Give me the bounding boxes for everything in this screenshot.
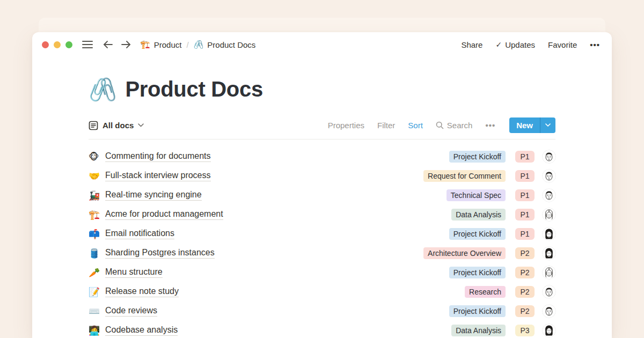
tag-pill[interactable]: Technical Spec: [447, 189, 506, 201]
row-properties: Architecture Overview P2: [423, 247, 555, 260]
doc-emoji-icon: 🤝: [89, 172, 105, 181]
breadcrumb-label: Product: [154, 40, 182, 49]
tag-pill[interactable]: Architecture Overview: [423, 247, 506, 259]
toolbar-actions: Properties Filter Sort Search ••• New: [328, 117, 555, 133]
doc-title-link[interactable]: Full-stack interview process: [105, 171, 211, 181]
updates-button[interactable]: ✓ Updates: [495, 40, 535, 49]
doc-title-link[interactable]: Sharding Postgres instances: [105, 248, 215, 259]
doc-title-link[interactable]: Codebase analysis: [105, 325, 178, 336]
assignee-avatar[interactable]: [543, 227, 555, 240]
tag-pill[interactable]: Project Kickoff: [449, 305, 506, 317]
docs-table: 🐵 Commenting for documents Project Kicko…: [89, 147, 555, 338]
table-row[interactable]: 👩‍💻 Codebase analysis Data Analysis P3: [89, 321, 555, 338]
minimize-window-button[interactable]: [54, 41, 61, 48]
view-label: All docs: [103, 121, 134, 130]
priority-pill[interactable]: P2: [515, 286, 535, 298]
back-arrow-icon[interactable]: [103, 40, 113, 49]
search-button[interactable]: Search: [436, 121, 473, 130]
title-row: 🖇️ Product Docs: [89, 77, 555, 101]
priority-pill[interactable]: P1: [515, 170, 535, 182]
doc-emoji-icon: 🚂: [89, 191, 105, 200]
doc-emoji-icon: 📫: [89, 230, 105, 239]
table-row[interactable]: 📝 Release note study Research P2: [89, 282, 555, 302]
breadcrumb-label: Product Docs: [207, 40, 255, 49]
view-toolbar: All docs Properties Filter Sort Search •…: [89, 117, 555, 139]
assignee-avatar[interactable]: [543, 324, 555, 337]
tag-pill[interactable]: Project Kickoff: [449, 267, 506, 278]
tag-pill[interactable]: Data Analysis: [451, 209, 506, 221]
app-window: 🏗️ Product / 🖇️ Product Docs Share ✓ Upd…: [32, 32, 612, 338]
check-icon: ✓: [495, 40, 502, 49]
assignee-avatar[interactable]: [543, 189, 555, 202]
close-window-button[interactable]: [42, 41, 49, 48]
tag-pill[interactable]: Project Kickoff: [449, 228, 506, 240]
priority-pill[interactable]: P1: [515, 151, 535, 163]
assignee-avatar[interactable]: [543, 247, 555, 260]
row-properties: Project Kickoff P1: [449, 227, 555, 240]
sort-button[interactable]: Sort: [408, 121, 423, 130]
window-header: 🏗️ Product / 🖇️ Product Docs Share ✓ Upd…: [32, 32, 612, 57]
table-row[interactable]: 🥕 Menu structure Project Kickoff P2: [89, 263, 555, 282]
assignee-avatar[interactable]: [543, 305, 555, 318]
priority-pill[interactable]: P3: [515, 325, 535, 336]
table-row[interactable]: 🏗️ Acme for product management Data Anal…: [89, 205, 555, 224]
priority-pill[interactable]: P2: [515, 247, 535, 259]
assignee-avatar[interactable]: [543, 170, 555, 182]
page-content: 🖇️ Product Docs All docs Properties Filt…: [32, 77, 612, 338]
forward-arrow-icon[interactable]: [121, 40, 131, 49]
doc-title-link[interactable]: Menu structure: [105, 267, 163, 278]
table-row[interactable]: 🚂 Real-time syncing engine Technical Spe…: [89, 186, 555, 205]
paperclip-emoji-icon: 🖇️: [194, 40, 204, 49]
row-properties: Request for Comment P1: [423, 170, 555, 182]
properties-button[interactable]: Properties: [328, 121, 364, 130]
chevron-down-icon: [545, 123, 551, 127]
doc-title-link[interactable]: Commenting for documents: [105, 151, 211, 162]
filter-button[interactable]: Filter: [377, 121, 395, 130]
doc-emoji-icon: 👩‍💻: [89, 326, 105, 335]
tag-pill[interactable]: Project Kickoff: [449, 151, 506, 163]
priority-pill[interactable]: P1: [515, 209, 535, 221]
doc-title-link[interactable]: Release note study: [105, 286, 179, 297]
priority-pill[interactable]: P2: [515, 305, 535, 317]
share-button[interactable]: Share: [461, 40, 482, 49]
page-paperclip-emoji-icon: 🖇️: [89, 78, 116, 101]
crane-emoji-icon: 🏗️: [140, 40, 150, 49]
breadcrumb-separator: /: [185, 40, 189, 49]
assignee-avatar[interactable]: [543, 150, 555, 163]
breadcrumb-product-docs[interactable]: 🖇️ Product Docs: [194, 40, 256, 49]
doc-title-link[interactable]: Code reviews: [105, 306, 157, 317]
row-properties: Data Analysis P1: [451, 208, 555, 221]
tag-pill[interactable]: Research: [465, 286, 506, 298]
row-properties: Project Kickoff P2: [449, 266, 555, 279]
priority-pill[interactable]: P1: [515, 189, 535, 201]
doc-title-link[interactable]: Real-time syncing engine: [105, 190, 202, 201]
doc-emoji-icon: 📝: [89, 288, 105, 297]
tag-pill[interactable]: Request for Comment: [423, 170, 506, 182]
doc-title-link[interactable]: Acme for product management: [105, 209, 223, 220]
table-row[interactable]: 📫 Email notifications Project Kickoff P1: [89, 224, 555, 244]
table-row[interactable]: 🛢️ Sharding Postgres instances Architect…: [89, 244, 555, 263]
priority-pill[interactable]: P2: [515, 267, 535, 278]
breadcrumb-product[interactable]: 🏗️ Product: [140, 40, 181, 49]
traffic-lights: [42, 41, 72, 48]
zoom-window-button[interactable]: [65, 41, 72, 48]
new-button-group: New: [509, 117, 555, 133]
assignee-avatar[interactable]: [543, 285, 555, 298]
row-properties: Research P2: [465, 285, 555, 298]
tag-pill[interactable]: Data Analysis: [451, 325, 506, 336]
priority-pill[interactable]: P1: [515, 228, 535, 240]
table-row[interactable]: 🤝 Full-stack interview process Request f…: [89, 166, 555, 186]
menu-icon[interactable]: [82, 40, 93, 49]
table-row[interactable]: ⌨️ Code reviews Project Kickoff P2: [89, 302, 555, 321]
table-row[interactable]: 🐵 Commenting for documents Project Kicko…: [89, 147, 555, 166]
favorite-button[interactable]: Favorite: [548, 40, 577, 49]
toolbar-more-icon[interactable]: •••: [485, 121, 495, 130]
assignee-avatar[interactable]: [543, 208, 555, 221]
new-button[interactable]: New: [509, 117, 540, 133]
more-options-icon[interactable]: •••: [590, 40, 600, 49]
view-switcher[interactable]: All docs: [89, 121, 144, 130]
doc-title-link[interactable]: Email notifications: [105, 229, 174, 239]
new-dropdown-button[interactable]: [540, 117, 555, 133]
doc-emoji-icon: 🏗️: [89, 210, 105, 219]
assignee-avatar[interactable]: [543, 266, 555, 279]
